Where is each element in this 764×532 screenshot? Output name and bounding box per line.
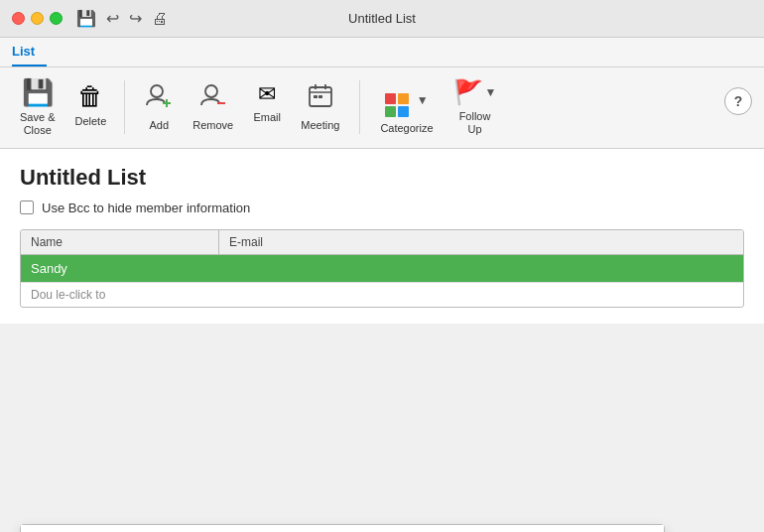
svg-point-3 bbox=[205, 85, 217, 97]
redo-icon[interactable]: ↪ bbox=[129, 9, 142, 28]
ribbon: List 💾 Save &Close 🗑 Delete Add bbox=[0, 38, 764, 149]
ribbon-tab-bar: List bbox=[0, 38, 764, 67]
meeting-icon bbox=[307, 81, 334, 116]
dropdown-section-contacts-header: Contacts and Recent Addresses bbox=[21, 525, 664, 532]
categorize-label: Categorize bbox=[380, 122, 433, 135]
print-icon[interactable]: 🖨 bbox=[152, 10, 168, 28]
row-name: Sandy bbox=[21, 255, 219, 282]
row-email bbox=[219, 255, 743, 282]
help-button[interactable]: ? bbox=[724, 87, 752, 115]
svg-rect-9 bbox=[314, 95, 318, 98]
traffic-lights bbox=[12, 12, 63, 25]
window-title: Untitled List bbox=[348, 11, 416, 26]
maximize-button[interactable] bbox=[50, 12, 63, 25]
email-button[interactable]: ✉ Email bbox=[245, 77, 289, 137]
hint-row: Dou le-click to bbox=[21, 283, 743, 307]
title-bar: 💾 ↩ ↪ 🖨 Untitled List bbox=[0, 0, 764, 38]
follow-up-icon: 🚩 ▼ bbox=[453, 78, 497, 107]
meeting-button[interactable]: Meeting bbox=[293, 77, 347, 137]
follow-up-label: FollowUp bbox=[459, 110, 491, 136]
toolbar-actions: 💾 ↩ ↪ 🖨 bbox=[76, 9, 168, 28]
save-icon[interactable]: 💾 bbox=[76, 9, 96, 28]
tab-list[interactable]: List bbox=[12, 38, 47, 66]
svg-rect-10 bbox=[318, 95, 322, 98]
bcc-label: Use Bcc to hide member information bbox=[42, 200, 250, 215]
follow-up-button[interactable]: 🚩 ▼ FollowUp bbox=[446, 74, 505, 140]
page-title: Untitled List bbox=[20, 165, 744, 191]
save-close-icon: 💾 bbox=[22, 77, 54, 108]
bcc-checkbox[interactable] bbox=[20, 200, 34, 214]
svg-point-0 bbox=[151, 85, 163, 97]
categorize-icon: ▼ bbox=[385, 80, 428, 119]
save-close-button[interactable]: 💾 Save &Close bbox=[12, 73, 63, 142]
meeting-label: Meeting bbox=[301, 119, 339, 132]
table-row[interactable]: Sandy bbox=[21, 255, 743, 283]
remove-button[interactable]: Remove bbox=[185, 77, 241, 137]
undo-icon[interactable]: ↩ bbox=[106, 9, 119, 28]
remove-icon bbox=[199, 81, 227, 116]
table-header: Name E-mail bbox=[21, 230, 743, 255]
header-email: E-mail bbox=[219, 230, 743, 254]
remove-label: Remove bbox=[192, 119, 233, 132]
minimize-button[interactable] bbox=[31, 12, 44, 25]
email-icon: ✉ bbox=[258, 81, 276, 107]
contact-table: Name E-mail Sandy Dou le-click to bbox=[20, 229, 744, 308]
email-label: Email bbox=[253, 111, 281, 124]
ribbon-body: 💾 Save &Close 🗑 Delete Add bbox=[0, 67, 764, 148]
delete-label: Delete bbox=[74, 115, 106, 128]
add-icon bbox=[145, 81, 173, 115]
add-label: Add bbox=[149, 119, 169, 132]
main-content: Untitled List Use Bcc to hide member inf… bbox=[0, 149, 764, 324]
delete-icon: 🗑 bbox=[77, 81, 103, 112]
categorize-button[interactable]: ▼ Categorize bbox=[372, 76, 441, 139]
add-button[interactable]: Add bbox=[137, 77, 181, 137]
delete-button[interactable]: 🗑 Delete bbox=[66, 77, 114, 137]
autocomplete-dropdown: Contacts and Recent Addresses Sandy Stac… bbox=[20, 524, 665, 532]
bcc-row: Use Bcc to hide member information bbox=[20, 200, 744, 215]
save-close-label: Save &Close bbox=[20, 111, 55, 137]
close-button[interactable] bbox=[12, 12, 25, 25]
header-name: Name bbox=[21, 230, 219, 254]
